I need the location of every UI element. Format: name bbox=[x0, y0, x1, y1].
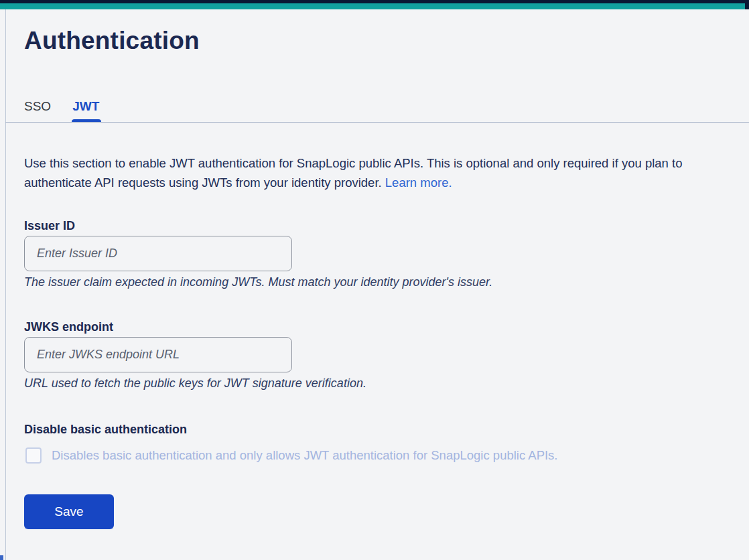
top-teal-bar bbox=[0, 3, 745, 9]
issuer-id-label: Issuer ID bbox=[24, 219, 75, 233]
disable-basic-auth-label: Disable basic authentication bbox=[24, 423, 187, 437]
bottom-left-blue-sliver bbox=[0, 555, 3, 560]
tab-sso[interactable]: SSO bbox=[24, 96, 51, 123]
tabs-divider bbox=[5, 122, 749, 123]
jwks-endpoint-label: JWKS endpoint bbox=[24, 320, 113, 334]
description-text: Use this section to enable JWT authentic… bbox=[24, 156, 682, 190]
save-button[interactable]: Save bbox=[24, 494, 114, 529]
left-edge-divider bbox=[5, 9, 6, 560]
main-content: Authentication SSO JWT Use this section … bbox=[24, 9, 725, 560]
tab-sso-label: SSO bbox=[24, 99, 51, 113]
disable-basic-auth-checkbox-label: Disables basic authentication and only a… bbox=[52, 448, 558, 463]
jwks-endpoint-help: URL used to fetch the public keys for JW… bbox=[24, 376, 366, 391]
top-navy-bar bbox=[0, 0, 749, 9]
issuer-id-help: The issuer claim expected in incoming JW… bbox=[24, 275, 492, 289]
section-description: Use this section to enable JWT authentic… bbox=[24, 153, 721, 192]
tab-jwt[interactable]: JWT bbox=[72, 96, 99, 123]
tab-bar: SSO JWT bbox=[24, 96, 99, 123]
issuer-id-input[interactable] bbox=[24, 236, 292, 271]
jwks-endpoint-input[interactable] bbox=[24, 337, 292, 372]
page-title: Authentication bbox=[24, 27, 200, 55]
disable-basic-auth-row: Disables basic authentication and only a… bbox=[24, 447, 558, 464]
learn-more-link[interactable]: Learn more. bbox=[385, 176, 452, 190]
tab-jwt-label: JWT bbox=[72, 99, 99, 113]
disable-basic-auth-checkbox[interactable] bbox=[25, 447, 42, 464]
